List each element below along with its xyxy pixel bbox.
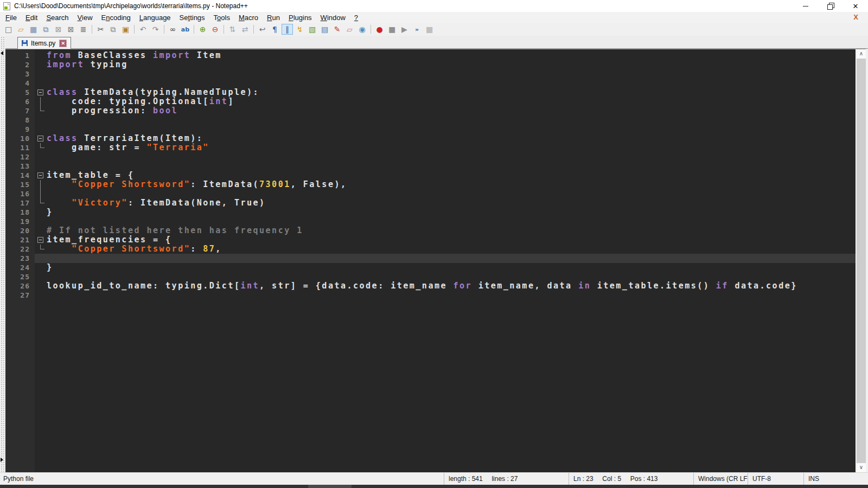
code-line[interactable]: 1from BaseClasses import Item: [5, 51, 856, 60]
indent-guide-icon[interactable]: ∥: [282, 24, 293, 35]
code-line[interactable]: 11 game: str = "Terraria": [5, 143, 856, 152]
macro-stop-icon[interactable]: ■: [386, 24, 398, 35]
zoom-out-icon[interactable]: ⊖: [209, 24, 221, 35]
code-text: "Copper Shortsword": ItemData(73001, Fal…: [47, 180, 856, 189]
document-list-icon[interactable]: ▤: [319, 24, 330, 35]
redo-icon[interactable]: ↷: [150, 24, 161, 35]
copy-icon[interactable]: ⧉: [107, 24, 119, 35]
code-line[interactable]: 20# If not listed here then has frequenc…: [5, 226, 856, 235]
monitoring-eye-icon[interactable]: ◉: [356, 24, 368, 35]
dock-arrow-left-icon[interactable]: [1, 51, 3, 55]
document-map-icon[interactable]: ▧: [307, 24, 318, 35]
code-line[interactable]: 10class TerrariaItem(Item):: [5, 134, 856, 143]
cut-icon[interactable]: ✂: [95, 24, 106, 35]
fold-collapse-icon[interactable]: [35, 171, 47, 180]
code-text: class ItemData(typing.NamedTuple):: [47, 88, 856, 97]
code-line[interactable]: 18}: [5, 208, 856, 217]
fold-margin: [35, 198, 47, 208]
code-line[interactable]: 21item_frequencies = {: [5, 235, 856, 245]
show-all-characters-icon[interactable]: ¶: [269, 24, 280, 35]
find-icon[interactable]: ∞: [167, 24, 178, 35]
function-list-icon[interactable]: ✎: [331, 24, 343, 35]
toolbar-separator: [371, 25, 371, 34]
dock-arrow-right-icon[interactable]: [1, 458, 3, 462]
code-line[interactable]: 15 "Copper Shortsword": ItemData(73001, …: [5, 180, 856, 189]
scroll-up-icon[interactable]: ∧: [857, 49, 866, 59]
menu-item-file[interactable]: File: [1, 12, 21, 23]
code-editor[interactable]: 1from BaseClasses import Item2import typ…: [5, 49, 856, 472]
code-line[interactable]: 19: [5, 217, 856, 226]
menu-item-window[interactable]: Window: [316, 12, 350, 23]
code-line[interactable]: 5class ItemData(typing.NamedTuple):: [5, 88, 856, 97]
code-line[interactable]: 14item_table = {: [5, 171, 856, 180]
menu-item-help[interactable]: ?: [350, 12, 362, 23]
menu-item-encoding[interactable]: Encoding: [97, 12, 135, 23]
macro-save-icon[interactable]: ▦: [424, 24, 435, 35]
macro-run-multiple-icon[interactable]: »: [411, 24, 423, 35]
status-encoding[interactable]: UTF-8: [748, 473, 803, 485]
sync-horizontal-icon[interactable]: ⇄: [239, 24, 251, 35]
status-insert-mode[interactable]: INS: [803, 473, 868, 485]
code-line[interactable]: 26lookup_id_to_name: typing.Dict[int, st…: [5, 281, 856, 291]
code-line[interactable]: 16: [5, 189, 856, 198]
code-line[interactable]: 17 "Victory": ItemData(None, True): [5, 198, 856, 208]
scroll-down-icon[interactable]: ∨: [857, 463, 866, 472]
sync-vertical-icon[interactable]: ⇅: [227, 24, 238, 35]
fold-margin: [35, 281, 47, 291]
code-line[interactable]: 23: [5, 254, 856, 263]
close-document-x-icon[interactable]: X: [853, 13, 858, 21]
menu-item-view[interactable]: View: [73, 12, 97, 23]
code-line[interactable]: 3: [5, 69, 856, 79]
code-line[interactable]: 27: [5, 291, 856, 300]
tab-items-py[interactable]: Items.py ✕: [17, 37, 71, 49]
zoom-in-icon[interactable]: ⊕: [197, 24, 208, 35]
menu-item-tools[interactable]: Tools: [209, 12, 234, 23]
macro-record-icon[interactable]: ●: [374, 24, 385, 35]
undo-icon[interactable]: ↶: [137, 24, 149, 35]
code-line[interactable]: 2import typing: [5, 60, 856, 69]
menu-item-settings[interactable]: Settings: [175, 12, 209, 23]
save-icon[interactable]: ▦: [28, 24, 39, 35]
paste-icon[interactable]: ▣: [120, 24, 131, 35]
minimize-button[interactable]: [793, 0, 818, 12]
replace-icon[interactable]: ab: [180, 24, 191, 35]
close-file-icon[interactable]: ⊠: [53, 24, 64, 35]
menu-item-plugins[interactable]: Plugins: [284, 12, 316, 23]
word-wrap-icon[interactable]: ↩: [257, 24, 268, 35]
menu-item-language[interactable]: Language: [135, 12, 175, 23]
fold-collapse-icon[interactable]: [35, 134, 47, 143]
new-file-icon[interactable]: □: [3, 24, 14, 35]
open-file-icon[interactable]: ▱: [15, 24, 27, 35]
fold-margin: [35, 69, 47, 79]
code-line[interactable]: 6 code: typing.Optional[int]: [5, 97, 856, 106]
menu-item-search[interactable]: Search: [42, 12, 73, 23]
code-line[interactable]: 24}: [5, 263, 856, 272]
folder-as-workspace-icon[interactable]: ▱: [344, 24, 355, 35]
close-button[interactable]: ✕: [843, 0, 868, 12]
code-line[interactable]: 4: [5, 79, 856, 88]
menu-item-edit[interactable]: Edit: [21, 12, 42, 23]
line-number: 12: [5, 153, 35, 161]
tab-close-icon[interactable]: ✕: [59, 40, 67, 47]
code-line[interactable]: 25: [5, 272, 856, 281]
menu-item-run[interactable]: Run: [263, 12, 284, 23]
user-defined-language-icon[interactable]: ↯: [294, 24, 305, 35]
fold-collapse-icon[interactable]: [35, 88, 47, 97]
fold-collapse-icon[interactable]: [35, 235, 47, 245]
code-line[interactable]: 22 "Copper Shortsword": 87,: [5, 245, 856, 254]
restore-button[interactable]: [818, 0, 843, 12]
save-all-icon[interactable]: ⧉: [40, 24, 52, 35]
macro-play-icon[interactable]: ▶: [399, 24, 410, 35]
code-line[interactable]: 13: [5, 162, 856, 171]
code-line[interactable]: 8: [5, 115, 856, 125]
print-icon[interactable]: ≣: [78, 24, 89, 35]
vertical-scrollbar[interactable]: ∧ ∨: [856, 49, 866, 472]
code-line[interactable]: 12: [5, 152, 856, 162]
menu-item-macro[interactable]: Macro: [234, 12, 263, 23]
status-eol-format[interactable]: Windows (CR LF): [693, 473, 748, 485]
dock-gripper[interactable]: [0, 36, 5, 472]
code-line[interactable]: 9: [5, 125, 856, 134]
code-line[interactable]: 7 progression: bool: [5, 106, 856, 115]
close-all-icon[interactable]: ⊠: [65, 24, 76, 35]
scrollbar-thumb[interactable]: [857, 59, 866, 464]
